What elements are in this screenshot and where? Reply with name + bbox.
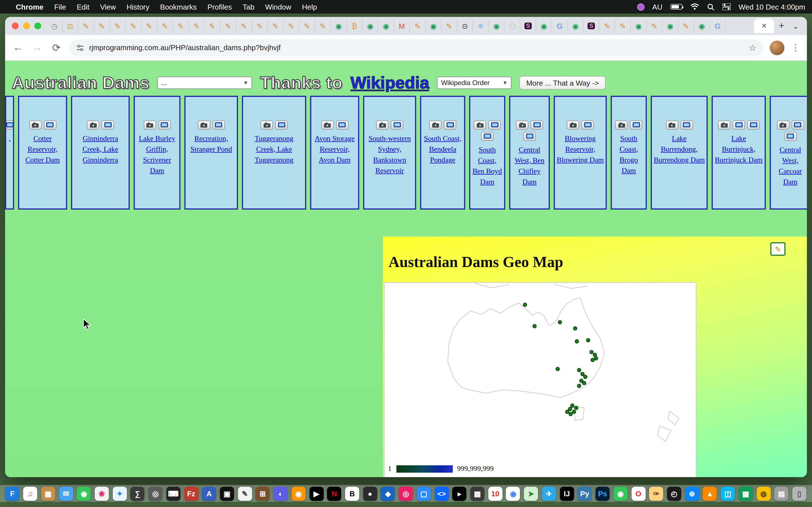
dam-link[interactable]: Cotter Reservoir, Cotter Dam [21, 133, 64, 165]
dock-calculator[interactable]: ∑ [131, 487, 145, 501]
dam-marker[interactable] [523, 303, 527, 307]
browser-tab[interactable]: ◷ [47, 19, 63, 33]
dam-marker[interactable] [575, 340, 579, 343]
screen-icon-button[interactable] [680, 121, 693, 129]
browser-tab[interactable]: ✎ [647, 19, 663, 33]
dock-appletv[interactable]: ▶ [309, 487, 323, 501]
reload-button[interactable]: ⟳ [50, 41, 63, 54]
menu-help[interactable]: Help [302, 3, 317, 11]
browser-tab[interactable]: ◉ [363, 19, 378, 33]
dock-music[interactable]: ♫ [23, 487, 37, 501]
browser-tab[interactable]: ◉ [663, 19, 678, 33]
dam-link[interactable]: South Coast, Ben Boyd Dam [472, 145, 502, 187]
browser-tab[interactable]: ✎ [173, 19, 189, 33]
browser-tab[interactable]: ◉ [631, 19, 647, 33]
dock-water[interactable]: ◆ [381, 487, 395, 501]
dock-terminal2[interactable]: ▸ [453, 487, 467, 501]
dock-opera[interactable]: O [631, 487, 645, 501]
camera-icon-button[interactable] [321, 121, 334, 129]
browser-tab[interactable]: ✎ [94, 19, 110, 33]
browser-tab[interactable]: ✎ [410, 19, 426, 33]
screen-icon-button[interactable] [747, 121, 760, 129]
browser-tab[interactable]: ◉ [489, 19, 505, 33]
dam-link[interactable]: South-western Sydney, Bankstown Reservoi… [366, 133, 413, 176]
menu-profiles[interactable]: Profiles [207, 3, 232, 11]
dam-marker[interactable] [582, 381, 586, 385]
screen-icon-button[interactable] [336, 121, 348, 129]
dock-clock[interactable]: ◴ [667, 487, 681, 501]
camera-icon-button[interactable] [516, 121, 528, 129]
dock-trash[interactable]: ▯ [792, 487, 806, 501]
dock-telegram[interactable]: ✈ [542, 487, 556, 501]
input-source-label[interactable]: AU [652, 3, 662, 11]
camera-icon-button[interactable] [666, 121, 678, 129]
browser-tab[interactable]: ◉ [331, 19, 347, 33]
dam-marker[interactable] [587, 339, 590, 342]
dam-link[interactable]: Blowering Reservoir, Blowering Dam [557, 133, 604, 165]
dock-grid[interactable]: ▦ [470, 487, 485, 501]
menu-file[interactable]: File [54, 3, 66, 11]
close-window-button[interactable] [12, 22, 18, 29]
dam-marker[interactable] [556, 367, 560, 371]
camera-icon-button[interactable] [429, 121, 442, 129]
wifi-icon[interactable] [690, 3, 699, 10]
dam-marker[interactable] [581, 372, 585, 376]
dam-marker[interactable] [593, 353, 597, 357]
menubar-clock[interactable]: Wed 10 Dec 4:00pm [739, 3, 805, 11]
menu-history[interactable]: History [126, 3, 149, 11]
camera-icon-button[interactable] [718, 121, 730, 129]
screen-icon-button[interactable] [212, 121, 225, 129]
dock-zoom[interactable]: ▢ [417, 487, 431, 501]
browser-tab[interactable]: ✎ [157, 19, 173, 33]
dock-dark-circle[interactable]: ● [363, 487, 377, 501]
browser-tab[interactable]: ◉ [378, 19, 394, 33]
dam-link[interactable]: Ginninderra Creek, Lake Ginninderra [74, 133, 127, 165]
camera-icon-button[interactable] [29, 121, 42, 129]
dock-textedit[interactable]: ✎ [238, 487, 252, 501]
dock-filezilla[interactable]: Fz [184, 487, 198, 501]
dock-target[interactable]: ◎ [399, 487, 413, 501]
dam-marker[interactable] [577, 369, 581, 372]
wikipedia-link[interactable]: Wikipedia [350, 73, 429, 93]
active-tab[interactable]: ✕ [754, 18, 774, 33]
dam-link[interactable]: Central West, Ben Chifley Dam [512, 145, 547, 187]
dock-spotlight[interactable]: ◐ [273, 487, 288, 501]
menu-tab[interactable]: Tab [243, 3, 255, 11]
browser-tab[interactable]: G [710, 19, 726, 33]
browser-tab[interactable]: ✎ [442, 19, 457, 33]
screen-icon-button[interactable] [630, 121, 642, 129]
dock-chrome[interactable]: ◉ [506, 487, 520, 501]
dam-link[interactable]: South Coast, Brogo Dam [613, 133, 644, 176]
screen-icon-button[interactable] [275, 121, 288, 129]
screen-icon-button[interactable] [488, 121, 501, 129]
dam-link[interactable]: Lake Burrinjuck, Burrinjuck Dam [714, 133, 763, 165]
address-bar[interactable]: rjmprogramming.com.au/PHP/australian_dam… [69, 39, 763, 56]
camera-icon-button[interactable] [87, 121, 99, 129]
camera-icon-button[interactable] [567, 121, 579, 129]
dam-marker[interactable] [577, 384, 581, 388]
camera-icon-button[interactable] [376, 121, 389, 129]
dock-messages[interactable]: ◉ [77, 487, 91, 501]
screen-icon-button[interactable] [101, 121, 114, 129]
notes-icon[interactable]: ✎ [770, 242, 785, 256]
browser-tab[interactable]: ⊙ [457, 19, 473, 33]
dam-select[interactable]: ...▼ [158, 76, 252, 89]
dam-link[interactable]: Recreation, Stranger Pond [187, 133, 235, 155]
status-purple-icon[interactable] [637, 3, 644, 10]
dock-fonts[interactable]: A [202, 487, 216, 501]
dam-link[interactable]: South Coast, Bendeela Pondage [423, 133, 462, 165]
dam-link[interactable]: Tuggeranong Creek, Lake Tuggeranong [245, 133, 303, 165]
forward-button[interactable]: → [31, 42, 43, 54]
dam-link[interactable]: Avon Storage Reservoir, Avon Dam [313, 133, 356, 165]
screen-icon-button[interactable] [391, 121, 403, 129]
dock-firefox[interactable]: ◉ [292, 487, 306, 501]
browser-tab[interactable]: ✎ [252, 19, 268, 33]
screen-icon-button[interactable] [481, 132, 493, 141]
screen-icon-button[interactable] [44, 121, 56, 129]
url-text[interactable]: rjmprogramming.com.au/PHP/australian_dam… [89, 43, 744, 52]
dock-files[interactable]: ▦ [41, 487, 55, 501]
dock-launchpad[interactable]: ⊞ [256, 487, 270, 501]
camera-icon-button[interactable] [260, 121, 273, 129]
menu-window[interactable]: Window [265, 3, 292, 11]
browser-tab[interactable]: ✎ [126, 19, 142, 33]
